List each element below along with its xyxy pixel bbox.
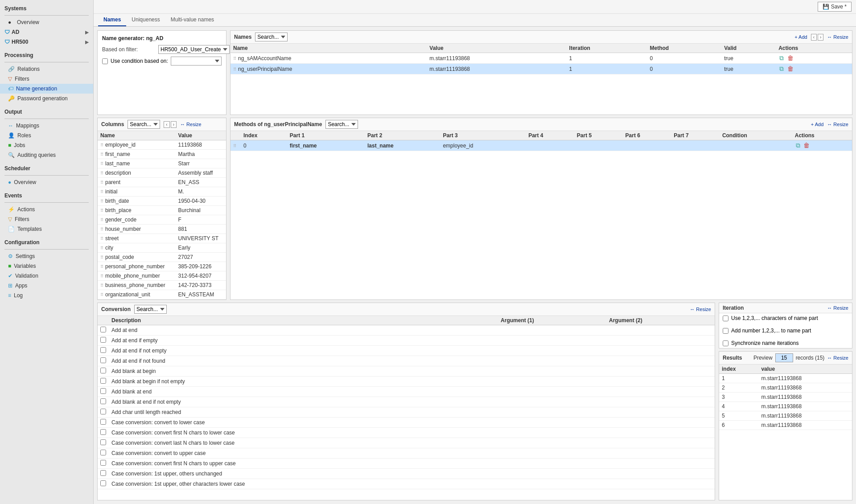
conversion-table-row[interactable]: Add at end xyxy=(98,325,715,336)
names-table-row[interactable]: ⠿ng_userPrincipalName m.starr11193868 1 … xyxy=(230,64,852,74)
iteration-resize-button[interactable]: ↔ Resize xyxy=(827,305,848,311)
sidebar-item-log[interactable]: ≡ Log xyxy=(0,291,93,300)
columns-table-row[interactable]: ⠿gender_code F xyxy=(98,215,226,225)
conversion-table-row[interactable]: Case conversion: convert first N chars t… xyxy=(98,428,715,438)
names-add-button[interactable]: + Add xyxy=(794,34,807,40)
delete-icon[interactable]: 🗑 xyxy=(786,54,794,61)
iteration-checkbox-1[interactable] xyxy=(723,316,728,321)
sidebar-item-mappings[interactable]: ↔ Mappings xyxy=(0,121,93,131)
conversion-checkbox[interactable] xyxy=(100,480,106,486)
conv-cb[interactable] xyxy=(98,377,109,387)
columns-table-row[interactable]: ⠿birth_date 1950-04-30 xyxy=(98,197,226,206)
sidebar-item-settings[interactable]: ⚙ Settings xyxy=(0,251,93,261)
based-on-filter-select[interactable]: HR500_AD_User_Create xyxy=(158,45,230,54)
conversion-checkbox[interactable] xyxy=(100,450,106,455)
methods-add-button[interactable]: + Add xyxy=(811,122,823,127)
use-condition-checkbox[interactable] xyxy=(102,58,108,64)
conv-cb[interactable] xyxy=(98,428,109,438)
columns-table-row[interactable]: ⠿business_phone_number 142-720-3373 xyxy=(98,281,226,290)
conv-cb[interactable] xyxy=(98,336,109,346)
columns-search-dropdown[interactable]: Search... xyxy=(128,120,160,129)
names-prev-button[interactable]: ‹ xyxy=(811,34,817,41)
tab-names[interactable]: Names xyxy=(98,14,126,26)
conv-cb[interactable] xyxy=(98,479,109,489)
columns-next-button[interactable]: › xyxy=(171,121,177,128)
copy-icon[interactable]: ⧉ xyxy=(795,142,801,149)
columns-table-row[interactable]: ⠿personal_phone_number 385-209-1226 xyxy=(98,262,226,271)
conversion-checkbox[interactable] xyxy=(100,470,106,476)
conv-cb[interactable] xyxy=(98,469,109,479)
conv-cb[interactable] xyxy=(98,459,109,469)
conversion-checkbox[interactable] xyxy=(100,460,106,466)
columns-table-row[interactable]: ⠿mobile_phone_number 312-954-8207 xyxy=(98,271,226,281)
conv-cb[interactable] xyxy=(98,356,109,366)
sidebar-item-name-generation[interactable]: 🏷 Name generation xyxy=(0,84,93,94)
delete-icon[interactable]: 🗑 xyxy=(786,65,794,72)
copy-icon[interactable]: ⧉ xyxy=(778,65,785,72)
conversion-checkbox[interactable] xyxy=(100,429,106,435)
conversion-checkbox[interactable] xyxy=(100,419,106,425)
sidebar-item-templates[interactable]: 📄 Templates xyxy=(0,224,93,234)
columns-resize-button[interactable]: ↔ Resize xyxy=(180,122,202,127)
copy-icon[interactable]: ⧉ xyxy=(778,54,785,61)
conversion-table-row[interactable]: Add blank at begin xyxy=(98,366,715,377)
conversion-table-row[interactable]: Add blank at begin if not empty xyxy=(98,377,715,387)
conversion-checkbox[interactable] xyxy=(100,439,106,445)
conv-cb[interactable] xyxy=(98,366,109,377)
sidebar-item-overview-sched[interactable]: ● Overview xyxy=(0,177,93,187)
conversion-table-row[interactable]: Add at end if empty xyxy=(98,336,715,346)
conversion-checkbox[interactable] xyxy=(100,357,106,363)
conversion-table-row[interactable]: Add blank at end if not empty xyxy=(98,397,715,407)
sidebar-item-filters[interactable]: ▽ Filters xyxy=(0,74,93,84)
sidebar-item-password-generation[interactable]: 🔑 Password generation xyxy=(0,94,93,103)
methods-search-dropdown[interactable]: Search... xyxy=(325,120,358,129)
sidebar-item-variables[interactable]: ■ Variables xyxy=(0,261,93,271)
tab-multi-value-names[interactable]: Multi-value names xyxy=(165,14,219,26)
conversion-table-row[interactable]: Add char until length reached xyxy=(98,407,715,418)
use-condition-select[interactable] xyxy=(171,57,222,66)
conversion-table-row[interactable]: Case conversion: convert last N chars to… xyxy=(98,438,715,448)
columns-prev-button[interactable]: ‹ xyxy=(164,121,169,128)
conversion-table-row[interactable]: Case conversion: convert first N chars t… xyxy=(98,459,715,469)
conv-cb[interactable] xyxy=(98,387,109,397)
names-table-row[interactable]: ⠿ng_sAMAccountName m.starr11193868 1 0 t… xyxy=(230,53,852,64)
names-search-dropdown[interactable]: Search... xyxy=(255,33,288,41)
save-button[interactable]: 💾 Save * xyxy=(818,2,852,12)
methods-table-row[interactable]: ⠿ 0 first_name last_name employee_id ⧉ 🗑 xyxy=(230,140,852,151)
columns-table-row[interactable]: ⠿employee_id 11193868 xyxy=(98,140,226,150)
conversion-search-dropdown[interactable]: Search... xyxy=(134,305,167,314)
sidebar-item-relations[interactable]: 🔗 Relations xyxy=(0,64,93,74)
sidebar-item-filters-ev[interactable]: ▽ Filters xyxy=(0,214,93,224)
conversion-table-row[interactable]: Case conversion: convert to lower case xyxy=(98,418,715,428)
columns-table-row[interactable]: ⠿house_number 881 xyxy=(98,225,226,234)
names-resize-button[interactable]: ↔ Resize xyxy=(827,34,848,40)
conversion-resize-button[interactable]: ↔ Resize xyxy=(690,307,711,312)
columns-table-row[interactable]: ⠿street UNIVERSITY ST xyxy=(98,234,226,243)
sidebar-item-apps[interactable]: ⊞ Apps xyxy=(0,281,93,291)
conversion-checkbox[interactable] xyxy=(100,337,106,343)
delete-icon[interactable]: 🗑 xyxy=(802,142,811,149)
conversion-table-row[interactable]: Add at end if not found xyxy=(98,356,715,366)
conversion-table-row[interactable]: Add blank at end xyxy=(98,387,715,397)
columns-table-row[interactable]: ⠿city Early xyxy=(98,243,226,253)
conversion-table-row[interactable]: Case conversion: 1st upper, other charac… xyxy=(98,479,715,489)
conversion-checkbox[interactable] xyxy=(100,327,106,332)
conversion-checkbox[interactable] xyxy=(100,388,106,394)
preview-input[interactable] xyxy=(775,353,793,362)
sidebar-item-overview-sys[interactable]: ● Overview xyxy=(0,17,93,27)
conv-cb[interactable] xyxy=(98,346,109,356)
conversion-checkbox[interactable] xyxy=(100,398,106,404)
columns-table-row[interactable]: ⠿parent EN_ASS xyxy=(98,178,226,187)
conversion-checkbox[interactable] xyxy=(100,368,106,373)
conversion-table-row[interactable]: Case conversion: convert to upper case xyxy=(98,448,715,459)
conversion-table-row[interactable]: Case conversion: 1st upper, others uncha… xyxy=(98,469,715,479)
conv-cb[interactable] xyxy=(98,325,109,336)
sidebar-item-actions[interactable]: ⚡ Actions xyxy=(0,205,93,214)
sidebar-item-auditing-queries[interactable]: 🔍 Auditing queries xyxy=(0,150,93,160)
sidebar-item-roles[interactable]: 👤 Roles xyxy=(0,131,93,140)
conversion-checkbox[interactable] xyxy=(100,378,106,384)
sidebar-item-jobs[interactable]: ■ Jobs xyxy=(0,140,93,150)
conv-cb[interactable] xyxy=(98,397,109,407)
columns-table-row[interactable]: ⠿organizational_unit EN_ASSTEAM xyxy=(98,290,226,299)
sidebar-item-validation[interactable]: ✔ Validation xyxy=(0,271,93,281)
